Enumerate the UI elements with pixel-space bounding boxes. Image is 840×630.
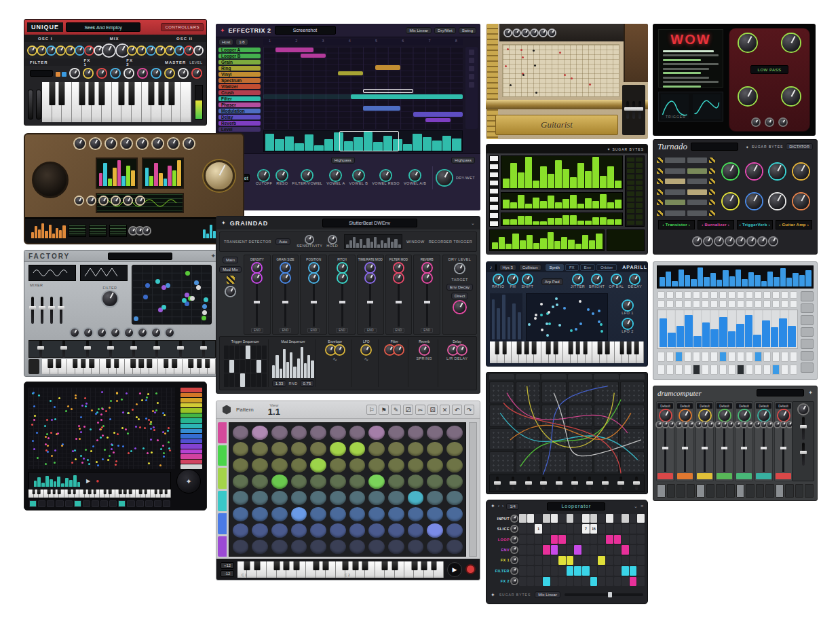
repeat-item[interactable] bbox=[594, 374, 619, 379]
toolbar-icon[interactable]: ⚂ bbox=[403, 405, 413, 415]
step-cell[interactable] bbox=[737, 291, 744, 299]
repeat-item[interactable] bbox=[636, 215, 643, 219]
channel-pad[interactable] bbox=[756, 473, 771, 479]
list-item[interactable]: Modulation bbox=[218, 109, 261, 113]
step-cell[interactable] bbox=[558, 566, 566, 575]
step-cell[interactable] bbox=[736, 484, 745, 498]
step-cell[interactable] bbox=[567, 577, 574, 586]
knob[interactable] bbox=[423, 263, 432, 272]
step-cell[interactable] bbox=[519, 514, 527, 523]
step-cell[interactable] bbox=[519, 566, 527, 575]
step-cell[interactable] bbox=[590, 514, 598, 523]
bottom-cell-row-2[interactable] bbox=[657, 365, 798, 375]
pitch-circle[interactable] bbox=[349, 523, 366, 538]
pitch-circle[interactable] bbox=[427, 523, 443, 538]
repeat-item[interactable] bbox=[657, 158, 663, 163]
column-fader[interactable] bbox=[341, 284, 343, 327]
knob[interactable] bbox=[125, 69, 133, 77]
repeat-item[interactable] bbox=[469, 50, 474, 55]
pitch-circle[interactable] bbox=[233, 540, 249, 554]
color-swatch[interactable] bbox=[180, 464, 202, 469]
repeat-item[interactable] bbox=[636, 191, 643, 196]
color-swatch[interactable] bbox=[180, 424, 202, 428]
piano-black-key[interactable] bbox=[154, 489, 157, 494]
knob[interactable] bbox=[755, 422, 760, 427]
pitch-circle[interactable] bbox=[233, 458, 249, 472]
repeat-item[interactable] bbox=[636, 203, 643, 207]
step-slider-grid[interactable] bbox=[657, 310, 798, 349]
knob[interactable] bbox=[385, 346, 394, 354]
repeat-item[interactable] bbox=[627, 169, 634, 173]
piano-black-key[interactable] bbox=[313, 561, 319, 571]
drum-channel[interactable]: Default bbox=[676, 401, 694, 481]
repeat-item[interactable] bbox=[687, 179, 708, 184]
master-fader[interactable] bbox=[802, 443, 805, 466]
rnd-value[interactable]: 0.75 bbox=[300, 380, 315, 387]
knob[interactable] bbox=[761, 422, 766, 427]
knob[interactable] bbox=[748, 238, 755, 245]
step-cell[interactable] bbox=[710, 352, 718, 362]
position-value[interactable]: 1.1 bbox=[268, 407, 280, 416]
chevron-down-icon[interactable]: ⌄ bbox=[634, 504, 638, 509]
pitch-circle[interactable] bbox=[291, 491, 307, 505]
repeat-item[interactable] bbox=[801, 327, 814, 337]
piano-black-key[interactable] bbox=[598, 341, 603, 354]
knob[interactable] bbox=[769, 193, 785, 209]
knob[interactable] bbox=[739, 88, 757, 105]
piano-black-key[interactable] bbox=[52, 489, 56, 494]
row-knob[interactable] bbox=[512, 578, 517, 584]
pitch-circle[interactable] bbox=[349, 540, 366, 554]
fader[interactable] bbox=[638, 101, 641, 119]
step-cell[interactable] bbox=[535, 566, 542, 575]
list-item[interactable]: Looper B bbox=[218, 54, 261, 58]
piano-black-key[interactable] bbox=[158, 82, 164, 105]
hazard-button[interactable] bbox=[227, 276, 235, 284]
repeat-item[interactable] bbox=[657, 189, 663, 195]
note-dot-grid[interactable] bbox=[28, 388, 175, 469]
repeat-item[interactable] bbox=[801, 339, 814, 349]
title-display[interactable]: Looperator bbox=[547, 502, 605, 511]
repeat-item[interactable] bbox=[665, 158, 685, 163]
knob[interactable] bbox=[226, 287, 235, 296]
step-cell[interactable] bbox=[558, 556, 566, 565]
step-cell[interactable] bbox=[574, 524, 581, 533]
pitch-circle[interactable] bbox=[330, 475, 346, 489]
pitch-circle[interactable] bbox=[446, 475, 463, 489]
color-swatch[interactable] bbox=[180, 454, 202, 459]
pitch-circle[interactable] bbox=[252, 507, 268, 521]
piano-black-key[interactable] bbox=[119, 489, 122, 494]
pitch-wheel[interactable] bbox=[28, 359, 39, 374]
row-knob[interactable] bbox=[512, 547, 517, 553]
step-cell[interactable] bbox=[598, 535, 605, 544]
step-cell[interactable] bbox=[693, 365, 700, 375]
end-tag[interactable]: END bbox=[393, 328, 405, 333]
step-cell[interactable] bbox=[728, 291, 736, 299]
fader[interactable] bbox=[202, 340, 205, 358]
color-swatch[interactable] bbox=[180, 449, 202, 454]
repeat-item[interactable] bbox=[516, 374, 541, 379]
step-cell[interactable] bbox=[790, 352, 797, 362]
repeat-item[interactable] bbox=[665, 189, 685, 195]
step-cell[interactable] bbox=[606, 556, 613, 565]
knob[interactable] bbox=[281, 274, 290, 282]
step-cell[interactable] bbox=[614, 566, 622, 575]
repeat-item[interactable] bbox=[663, 59, 701, 61]
pitch-circle[interactable] bbox=[330, 540, 346, 554]
list-item[interactable]: Ring bbox=[218, 66, 261, 71]
knob[interactable] bbox=[98, 329, 106, 337]
tab-synth[interactable]: Synth bbox=[546, 264, 564, 271]
color-swatch[interactable] bbox=[180, 408, 202, 413]
row-knob[interactable] bbox=[512, 557, 517, 563]
step-cell[interactable] bbox=[551, 566, 558, 575]
piano-black-key[interactable] bbox=[119, 82, 125, 105]
fader[interactable] bbox=[39, 340, 42, 358]
step-cell[interactable] bbox=[100, 500, 108, 507]
piano-black-key[interactable] bbox=[495, 341, 499, 354]
drum-channel[interactable]: Default bbox=[695, 401, 714, 481]
step-cell[interactable] bbox=[551, 514, 558, 523]
knob[interactable] bbox=[124, 197, 132, 204]
repeat-item[interactable] bbox=[665, 200, 685, 205]
step-cell[interactable] bbox=[630, 514, 637, 523]
repeat-item[interactable] bbox=[235, 346, 240, 359]
knob[interactable] bbox=[166, 329, 174, 337]
